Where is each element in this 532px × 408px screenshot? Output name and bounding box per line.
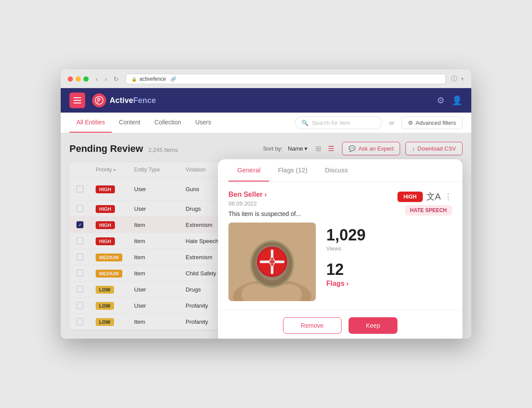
tab-users[interactable]: Users bbox=[188, 113, 218, 133]
hamburger-line bbox=[73, 100, 81, 101]
translate-icon[interactable]: 文A bbox=[426, 191, 441, 202]
logo-icon bbox=[92, 93, 106, 107]
browser-dots bbox=[68, 76, 89, 82]
hate-speech-violation-tag: HATE SPEECH bbox=[405, 205, 452, 216]
detail-right-top: HIGH 文A ⋮ bbox=[397, 191, 452, 202]
hamburger-line bbox=[73, 103, 81, 103]
search-or-divider: or bbox=[386, 117, 398, 129]
minimize-dot[interactable] bbox=[76, 76, 81, 82]
lock-icon: 🔒 bbox=[131, 77, 137, 82]
tab-collection[interactable]: Collection bbox=[147, 113, 188, 133]
maximize-dot[interactable] bbox=[83, 76, 89, 82]
info-icon[interactable]: ⓘ bbox=[451, 75, 457, 83]
detail-footer: Remove Keep bbox=[218, 310, 463, 339]
reload-button[interactable]: ↻ bbox=[112, 75, 121, 83]
filter-icon: ⚙ bbox=[408, 120, 413, 126]
browser-actions: ⓘ + bbox=[451, 75, 464, 83]
views-label: Views bbox=[326, 245, 366, 252]
header-right: ⚙ 👤 bbox=[437, 95, 463, 106]
search-icon: 🔍 bbox=[301, 120, 308, 126]
svg-point-13 bbox=[270, 260, 274, 264]
app-header: ActiveFence ⚙ 👤 bbox=[61, 88, 471, 113]
keep-button[interactable]: Keep bbox=[349, 317, 398, 334]
detail-left: Ben Seller › 08.09.2022 This item is sus… bbox=[228, 191, 397, 217]
search-placeholder: Search for item bbox=[312, 120, 350, 126]
views-count: 1,029 bbox=[326, 226, 366, 244]
detail-stats: 1,029 Views 12 Flags › bbox=[326, 223, 366, 288]
detail-right: HIGH 文A ⋮ HATE SPEECH bbox=[397, 191, 452, 214]
flags-stat: 12 Flags › bbox=[326, 261, 366, 288]
main-content: Pending Review 2,245 items Sort by: Name… bbox=[61, 133, 471, 339]
url-text: activefence bbox=[139, 76, 166, 82]
flags-count: 12 bbox=[326, 261, 366, 279]
browser-window: ‹ › ↻ 🔒 activefence 🔗 ⓘ + bbox=[61, 69, 471, 339]
detail-body: Ben Seller › 08.09.2022 This item is sus… bbox=[218, 182, 463, 310]
new-tab-icon[interactable]: + bbox=[461, 75, 464, 83]
detail-date: 08.09.2022 bbox=[228, 200, 397, 207]
user-button[interactable]: 👤 bbox=[452, 95, 463, 106]
flags-chevron-icon: › bbox=[346, 280, 349, 288]
tab-content[interactable]: Content bbox=[112, 113, 147, 133]
nav-tabs: All Entities Content Collection Users 🔍 … bbox=[61, 113, 471, 133]
link-icon: 🔗 bbox=[170, 76, 176, 82]
flags-link[interactable]: Flags › bbox=[326, 280, 366, 288]
adv-filters-label: Advanced filters bbox=[416, 120, 456, 126]
remove-button[interactable]: Remove bbox=[283, 317, 342, 334]
close-dot[interactable] bbox=[68, 76, 73, 82]
detail-top-row: Ben Seller › 08.09.2022 This item is sus… bbox=[228, 191, 452, 217]
logo-fence: Fence bbox=[133, 96, 156, 105]
detail-image-row: 1,029 Views 12 Flags › bbox=[228, 223, 452, 301]
high-priority-badge: HIGH bbox=[397, 192, 423, 202]
detail-tabs: General Flags (12) Discuss bbox=[218, 159, 463, 182]
seller-name[interactable]: Ben Seller › bbox=[228, 191, 397, 199]
forward-button[interactable]: › bbox=[103, 75, 109, 83]
advanced-filters-button[interactable]: ⚙ Advanced filters bbox=[401, 117, 463, 129]
hamburger-button[interactable] bbox=[69, 93, 85, 108]
detail-tab-general[interactable]: General bbox=[228, 159, 269, 182]
seller-chevron-icon: › bbox=[264, 191, 266, 199]
logo-active: Active bbox=[110, 96, 133, 105]
detail-tab-flags[interactable]: Flags (12) bbox=[269, 159, 316, 182]
detail-tab-discuss[interactable]: Discuss bbox=[316, 159, 357, 182]
browser-controls: ‹ › ↻ bbox=[94, 75, 121, 83]
seller-name-text: Ben Seller bbox=[228, 191, 263, 199]
back-button[interactable]: ‹ bbox=[94, 75, 100, 83]
logo-text: ActiveFence bbox=[110, 96, 156, 105]
search-box[interactable]: 🔍 Search for item bbox=[295, 117, 382, 129]
detail-image bbox=[228, 223, 316, 301]
settings-button[interactable]: ⚙ bbox=[437, 95, 445, 106]
detail-panel: General Flags (12) Discuss Ben Seller › … bbox=[218, 159, 463, 339]
tab-all-entities[interactable]: All Entities bbox=[69, 113, 112, 133]
more-options-icon[interactable]: ⋮ bbox=[444, 192, 452, 202]
views-stat: 1,029 Views bbox=[326, 226, 366, 252]
app-logo: ActiveFence bbox=[92, 93, 156, 107]
hamburger-line bbox=[73, 97, 81, 98]
address-bar[interactable]: 🔒 activefence 🔗 bbox=[126, 74, 446, 84]
nav-search-area: 🔍 Search for item or ⚙ Advanced filters bbox=[295, 117, 463, 129]
browser-chrome: ‹ › ↻ 🔒 activefence 🔗 ⓘ + bbox=[61, 69, 471, 88]
detail-description: This item is suspected of... bbox=[228, 210, 397, 217]
header-left: ActiveFence bbox=[69, 93, 156, 108]
